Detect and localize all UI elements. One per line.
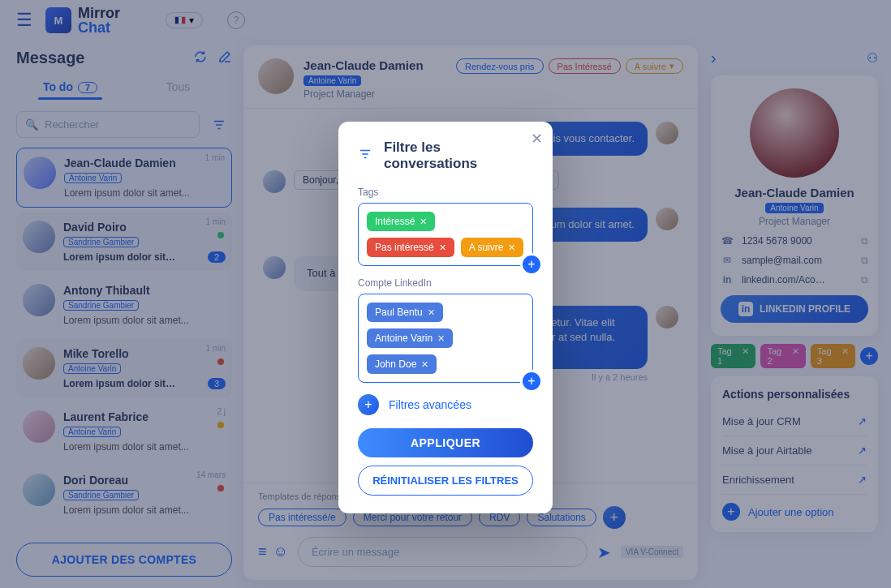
filter-account-chip[interactable]: John Doe✕ — [367, 354, 437, 374]
filter-tag-chip[interactable]: Pas intéressé✕ — [367, 238, 454, 257]
plus-icon: + — [358, 394, 379, 415]
add-filter-account-button[interactable]: + — [523, 372, 540, 390]
apply-button[interactable]: APPLIQUER — [358, 428, 533, 457]
reset-button[interactable]: RÉINITIALISER LES FILTRES — [358, 466, 533, 496]
filter-modal: ✕ Filtre les conversations Tags Intéress… — [338, 122, 553, 513]
close-icon[interactable]: ✕ — [428, 307, 435, 318]
close-icon[interactable]: ✕ — [439, 242, 446, 253]
advanced-filters-button[interactable]: + Filtres avancées — [358, 394, 533, 415]
close-icon[interactable]: ✕ — [421, 359, 428, 370]
close-icon[interactable]: ✕ — [420, 217, 427, 227]
tags-input[interactable]: Intéressé✕ Pas intéressé✕ A suivre✕ + — [358, 203, 533, 266]
close-icon[interactable]: ✕ — [437, 333, 445, 344]
close-icon[interactable]: ✕ — [508, 242, 515, 253]
filter-tag-chip[interactable]: Intéressé✕ — [367, 212, 435, 231]
filter-account-chip[interactable]: Paul Bentu✕ — [367, 303, 443, 322]
modal-title: Filtre les conversations — [384, 139, 533, 172]
add-filter-tag-button[interactable]: + — [523, 255, 540, 273]
tags-field-label: Tags — [358, 187, 533, 198]
close-icon[interactable]: ✕ — [531, 130, 543, 148]
account-field-label: Compte LinkedIn — [358, 277, 533, 289]
filter-account-chip[interactable]: Antoine Varin✕ — [367, 328, 453, 348]
accounts-input[interactable]: Paul Bentu✕ Antoine Varin✕ John Doe✕ + — [358, 294, 533, 383]
modal-scrim[interactable]: ✕ Filtre les conversations Tags Intéress… — [0, 0, 891, 588]
filter-icon — [358, 147, 372, 165]
filter-tag-chip[interactable]: A suivre✕ — [461, 238, 524, 257]
